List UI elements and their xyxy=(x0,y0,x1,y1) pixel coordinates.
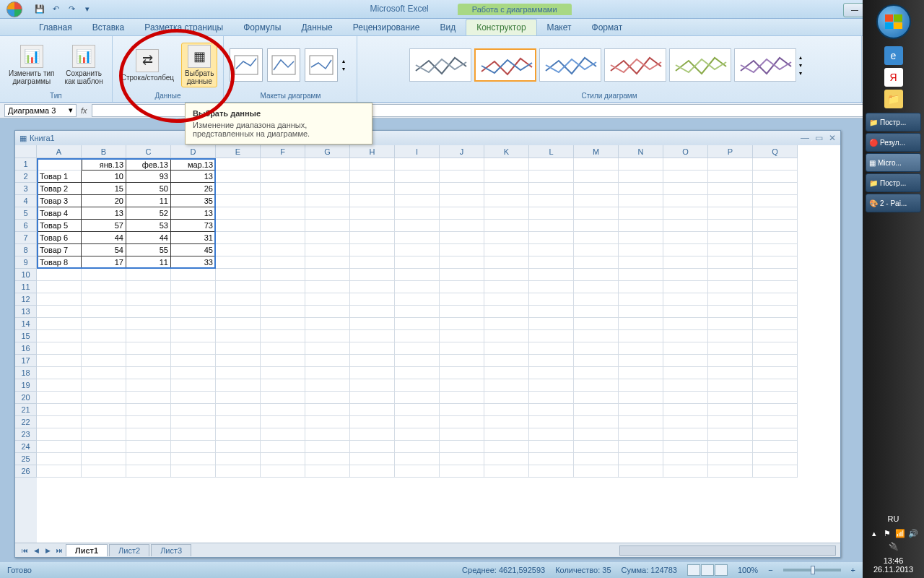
cell[interactable] xyxy=(484,367,529,379)
cell[interactable]: 54 xyxy=(82,244,126,256)
chart-layout-1[interactable] xyxy=(230,48,263,82)
cell[interactable]: Товар 1 xyxy=(37,171,82,183)
cell[interactable] xyxy=(37,158,82,171)
cell[interactable]: 10 xyxy=(82,171,126,183)
cell[interactable] xyxy=(753,232,798,244)
cell[interactable] xyxy=(708,416,753,428)
cell[interactable] xyxy=(619,342,663,355)
select-all-corner[interactable] xyxy=(15,145,37,158)
cell[interactable] xyxy=(708,281,753,293)
taskbar-button[interactable]: 🎨2 - Pai... xyxy=(866,194,921,212)
cell[interactable] xyxy=(708,342,753,355)
cell[interactable] xyxy=(753,404,798,416)
cell[interactable] xyxy=(395,392,440,404)
cell[interactable]: Товар 3 xyxy=(37,195,82,207)
cell[interactable] xyxy=(574,207,619,220)
column-header[interactable]: L xyxy=(529,145,574,158)
cell[interactable] xyxy=(216,404,261,416)
cell[interactable] xyxy=(753,244,798,256)
cell[interactable] xyxy=(484,232,529,244)
cell[interactable] xyxy=(574,392,619,404)
sheet-nav-last[interactable]: ⏭ xyxy=(54,545,64,556)
style-scroll-up[interactable]: ▴ xyxy=(799,54,809,61)
cell[interactable] xyxy=(350,453,395,465)
namebox-dropdown-icon[interactable]: ▾ xyxy=(69,105,73,115)
cell[interactable] xyxy=(529,244,574,256)
row-header[interactable]: 10 xyxy=(15,269,37,281)
row-header[interactable]: 4 xyxy=(15,195,37,207)
cell[interactable] xyxy=(529,330,574,342)
cell[interactable] xyxy=(708,293,753,306)
cell[interactable] xyxy=(395,183,440,195)
cell[interactable] xyxy=(395,158,440,171)
cell[interactable]: 13 xyxy=(171,207,216,220)
cell[interactable] xyxy=(619,281,663,293)
cell[interactable] xyxy=(305,195,350,207)
cell[interactable] xyxy=(82,355,126,367)
cell[interactable] xyxy=(753,293,798,306)
cell[interactable] xyxy=(440,453,484,465)
cell[interactable] xyxy=(619,293,663,306)
cell[interactable] xyxy=(126,367,171,379)
cell[interactable]: Товар 7 xyxy=(37,244,82,256)
doc-minimize-button[interactable]: — xyxy=(801,133,809,143)
cell[interactable] xyxy=(753,256,798,269)
cell[interactable] xyxy=(350,441,395,453)
cell[interactable] xyxy=(574,416,619,428)
column-header[interactable]: H xyxy=(350,145,395,158)
cell[interactable] xyxy=(305,207,350,220)
ribbon-tab-Макет[interactable]: Макет xyxy=(537,20,582,35)
cell[interactable] xyxy=(37,416,82,428)
cell[interactable] xyxy=(484,207,529,220)
cell[interactable] xyxy=(350,355,395,367)
cell[interactable] xyxy=(305,355,350,367)
chart-style-3[interactable] xyxy=(539,48,601,82)
cell[interactable] xyxy=(305,269,350,281)
cell[interactable] xyxy=(171,330,216,342)
cell[interactable] xyxy=(484,392,529,404)
cell[interactable] xyxy=(663,281,708,293)
cell[interactable] xyxy=(395,453,440,465)
cell[interactable] xyxy=(708,330,753,342)
cell[interactable] xyxy=(350,404,395,416)
cell[interactable]: 44 xyxy=(82,232,126,244)
cell[interactable] xyxy=(529,232,574,244)
cell[interactable] xyxy=(753,281,798,293)
cell[interactable] xyxy=(350,207,395,220)
cell[interactable] xyxy=(82,392,126,404)
cell[interactable] xyxy=(395,293,440,306)
cell[interactable] xyxy=(529,269,574,281)
cell[interactable] xyxy=(440,232,484,244)
cell[interactable] xyxy=(753,158,798,171)
cell[interactable] xyxy=(440,269,484,281)
cell[interactable] xyxy=(663,269,708,281)
cell[interactable] xyxy=(216,465,261,478)
row-header[interactable]: 12 xyxy=(15,293,37,306)
taskbar-button[interactable]: 🔴Резул... xyxy=(866,133,921,152)
cell[interactable]: 11 xyxy=(126,195,171,207)
cell[interactable] xyxy=(440,465,484,478)
cell[interactable] xyxy=(484,441,529,453)
taskbar-pin-explorer-icon[interactable]: 📁 xyxy=(884,90,903,108)
cell[interactable] xyxy=(663,379,708,392)
cell[interactable] xyxy=(708,220,753,232)
cell[interactable] xyxy=(529,428,574,441)
cell[interactable] xyxy=(440,404,484,416)
cell[interactable] xyxy=(440,318,484,330)
cell[interactable] xyxy=(395,355,440,367)
cell[interactable] xyxy=(37,306,82,318)
cell[interactable] xyxy=(350,428,395,441)
cell[interactable] xyxy=(529,404,574,416)
cell[interactable] xyxy=(708,392,753,404)
cell[interactable] xyxy=(37,318,82,330)
cell[interactable] xyxy=(574,195,619,207)
cell[interactable] xyxy=(440,158,484,171)
cell[interactable] xyxy=(484,171,529,183)
cell[interactable] xyxy=(126,269,171,281)
cell[interactable] xyxy=(216,453,261,465)
cell[interactable] xyxy=(619,207,663,220)
cell[interactable] xyxy=(440,293,484,306)
cell[interactable] xyxy=(37,281,82,293)
cell[interactable] xyxy=(305,318,350,330)
tray-volume-icon[interactable]: 🔊 xyxy=(908,529,918,539)
